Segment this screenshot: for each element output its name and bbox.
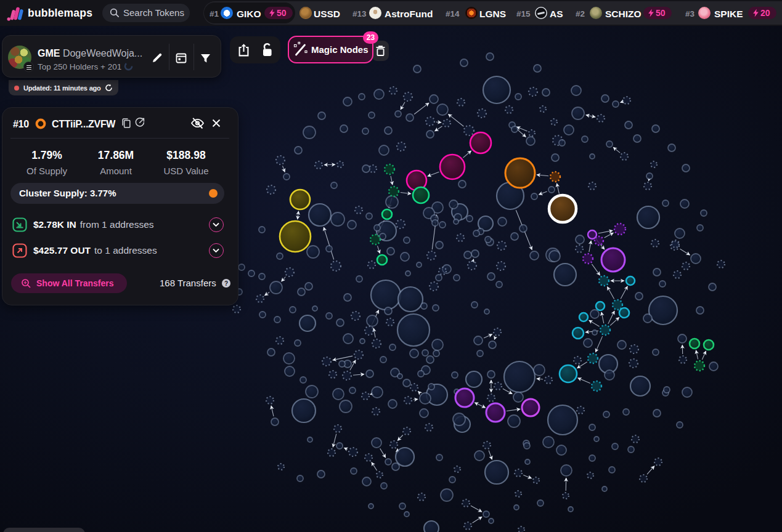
svg-text:?: ? — [224, 280, 228, 287]
